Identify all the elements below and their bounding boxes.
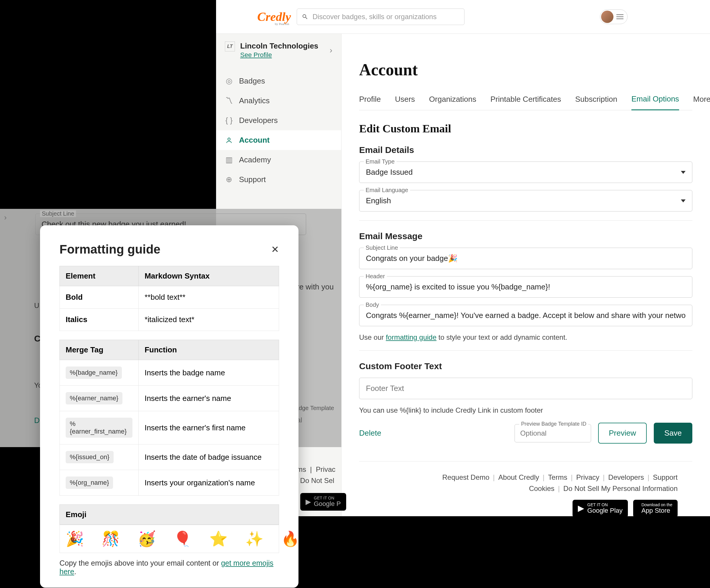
- bg-badge-template-fragment: adge Template: [295, 405, 334, 412]
- footer-link[interactable]: Do Not Sell My Personal Information: [563, 485, 678, 493]
- footer-helper: You can use %{link} to include Credly Li…: [359, 406, 692, 414]
- email-type-label: Email Type: [364, 158, 397, 165]
- formatting-guide-link[interactable]: formatting guide: [386, 333, 436, 341]
- sidebar-item-analytics[interactable]: 〽 Analytics: [216, 91, 341, 111]
- developers-icon: { }: [225, 117, 233, 125]
- footer-link[interactable]: Privacy: [576, 473, 599, 482]
- support-icon: ⊕: [225, 176, 233, 184]
- emoji-help-text: Copy the emojis above into your email co…: [60, 559, 279, 576]
- search-input[interactable]: [313, 13, 460, 21]
- merge-tag-table: Merge Tag Function %{badge_name}Inserts …: [60, 340, 279, 496]
- email-type-select[interactable]: Badge Issued: [359, 162, 692, 183]
- tab-profile[interactable]: Profile: [359, 91, 381, 110]
- tab-more[interactable]: More ⌄: [693, 91, 710, 110]
- footer-link[interactable]: Request Demo: [443, 473, 490, 482]
- sidebar-item-label: Support: [239, 175, 266, 184]
- caret-down-icon: [681, 199, 686, 202]
- sidebar-item-support[interactable]: ⊕ Support: [216, 170, 341, 190]
- bg-custom-fragment: C: [34, 334, 41, 344]
- table-header: Function: [139, 340, 279, 360]
- emoji[interactable]: 🎊: [101, 530, 120, 547]
- svg-point-0: [228, 138, 230, 140]
- footer-link[interactable]: About Credly: [498, 473, 539, 482]
- table-row: %{earner_first_name}Inserts the earner's…: [60, 411, 279, 444]
- page-title: Account: [359, 60, 692, 79]
- org-name: Lincoln Technologies: [240, 42, 318, 51]
- save-button[interactable]: Save: [654, 423, 692, 444]
- modal-title: Formatting guide: [60, 242, 161, 256]
- sidebar-item-label: Account: [239, 136, 270, 145]
- user-menu[interactable]: [600, 9, 628, 24]
- delete-button[interactable]: Delete: [359, 428, 381, 438]
- table-row: %{badge_name}Inserts the badge name: [60, 360, 279, 386]
- sidebar-item-developers[interactable]: { } Developers: [216, 111, 341, 130]
- footer-link[interactable]: Cookies: [529, 485, 554, 493]
- sidebar-item-badges[interactable]: ◎ Badges: [216, 71, 341, 91]
- emoji[interactable]: 🎈: [173, 530, 192, 547]
- topbar: Credly: [216, 0, 710, 34]
- footer-text-input[interactable]: [359, 378, 692, 399]
- tabs: Profile Users Organizations Printable Ce…: [359, 91, 692, 110]
- search-icon: [302, 13, 308, 20]
- formatting-helper: Use our formatting guide to style your t…: [359, 333, 692, 342]
- table-header: Element: [60, 266, 139, 286]
- preview-template-label: Preview Badge Template ID: [519, 421, 588, 427]
- header-input[interactable]: [359, 276, 692, 298]
- chevron-right-icon: ›: [4, 213, 7, 222]
- bg-delete-fragment: D: [34, 416, 40, 425]
- divider: [359, 350, 692, 351]
- see-profile-link[interactable]: See Profile: [240, 51, 318, 59]
- emoji[interactable]: 🎉: [66, 530, 84, 547]
- formatting-guide-modal: Formatting guide ✕ Element Markdown Synt…: [40, 225, 299, 588]
- bg-store-fragment: ▶ GET IT ONGoogle P: [300, 493, 346, 511]
- emoji[interactable]: ✨: [245, 530, 263, 547]
- email-details-heading: Email Details: [359, 145, 692, 155]
- body-label: Body: [364, 301, 381, 308]
- caret-down-icon: [681, 171, 686, 174]
- email-message-heading: Email Message: [359, 231, 692, 241]
- preview-button[interactable]: Preview: [598, 423, 646, 444]
- tab-printable-certificates[interactable]: Printable Certificates: [490, 91, 561, 110]
- tab-organizations[interactable]: Organizations: [429, 91, 476, 110]
- table-header: Merge Tag: [60, 340, 139, 360]
- email-language-label: Email Language: [364, 187, 410, 194]
- footer-link[interactable]: Terms: [548, 473, 567, 482]
- content-area: Account Profile Users Organizations Prin…: [341, 34, 710, 516]
- analytics-icon: 〽: [225, 97, 233, 105]
- badge-icon: ◎: [225, 77, 233, 85]
- sidebar-item-account[interactable]: Account: [216, 130, 341, 150]
- emoji[interactable]: ⭐: [209, 530, 228, 547]
- subject-input[interactable]: [359, 248, 692, 269]
- section-title: Edit Custom Email: [359, 122, 692, 135]
- body-input[interactable]: [359, 305, 692, 326]
- bg-footer-fragment: rms | Privac | Do Not Sel: [294, 465, 336, 485]
- bg-body-fragment: re with you: [297, 283, 334, 292]
- search-box[interactable]: [297, 8, 465, 25]
- table-row: %{org_name}Inserts your organization's n…: [60, 470, 279, 496]
- custom-footer-heading: Custom Footer Text: [359, 361, 692, 371]
- org-header[interactable]: LT Lincoln Technologies See Profile ›: [216, 34, 341, 67]
- google-play-badge[interactable]: ▶ GET IT ONGoogle Play: [572, 500, 628, 516]
- bg-subject-label: Subject Line: [40, 210, 76, 217]
- play-icon: ▶: [578, 504, 584, 513]
- emoji[interactable]: 🥳: [138, 530, 156, 547]
- tab-email-options[interactable]: Email Options: [632, 91, 679, 110]
- footer-link[interactable]: Support: [653, 473, 678, 482]
- sidebar-item-academy[interactable]: ▥ Academy: [216, 150, 341, 170]
- app-store-badge[interactable]: Download on theApp Store: [633, 500, 678, 516]
- table-row: %{issued_on}Inserts the date of badge is…: [60, 444, 279, 470]
- emoji[interactable]: 🔥: [281, 530, 299, 547]
- tab-users[interactable]: Users: [395, 91, 415, 110]
- credly-logo[interactable]: Credly: [257, 10, 291, 24]
- tab-subscription[interactable]: Subscription: [575, 91, 617, 110]
- table-row: Italics *italicized text*: [60, 309, 279, 331]
- org-logo: LT: [225, 42, 235, 51]
- sidebar-item-label: Analytics: [239, 96, 270, 105]
- close-button[interactable]: ✕: [271, 244, 279, 255]
- academy-icon: ▥: [225, 156, 233, 164]
- footer-link[interactable]: Developers: [608, 473, 644, 482]
- bg-helper-fragment: U: [34, 301, 39, 310]
- header-label: Header: [364, 273, 387, 280]
- table-row: Bold **bold text**: [60, 286, 279, 309]
- subject-label: Subject Line: [364, 244, 400, 251]
